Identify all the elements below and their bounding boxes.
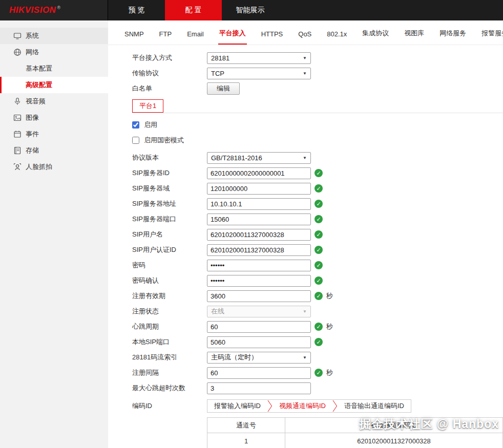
local-sip-port-input[interactable] [207, 336, 311, 348]
page: HIKVISION® 预 览 配 置 智能展示 系统 网络 基本配置 高级配置 … [0, 0, 503, 448]
max-heartbeat-timeout-input[interactable] [207, 382, 311, 394]
system-icon [13, 32, 22, 40]
menu-tab-config[interactable]: 配 置 [165, 0, 222, 20]
valid-check-icon: ✓ [315, 200, 323, 208]
sidebar-item-storage[interactable]: 存储 [0, 142, 108, 159]
form-row: 心跳周期 ✓ 秒 [132, 319, 503, 334]
platform-1-tab[interactable]: 平台1 [132, 99, 163, 113]
select-value: TCP [211, 70, 224, 77]
select-value: 在线 [211, 307, 224, 316]
sidebar-item-label: 基本配置 [26, 65, 52, 72]
valid-check-icon: ✓ [315, 215, 323, 223]
sidebar-item-face-capture[interactable]: 人脸抓拍 [0, 159, 108, 175]
video-channel-encode-id-tab[interactable]: 视频通道编码ID [273, 401, 332, 411]
password-input[interactable] [207, 260, 311, 271]
tab-qos[interactable]: QoS [297, 30, 312, 45]
subtab-bar: SNMP FTP Email 平台接入 HTTPS QoS 802.1x 集成协… [108, 20, 503, 45]
network-icon [13, 48, 22, 56]
enable-sm-mode-checkbox[interactable] [132, 137, 139, 144]
form-row: 密码 ✓ [132, 258, 503, 273]
sip-server-address-input[interactable] [207, 198, 311, 210]
tab-alarm-server[interactable]: 报警服务器 [480, 29, 503, 45]
sip-server-port-input[interactable] [207, 214, 311, 225]
tab-8021x[interactable]: 802.1x [326, 30, 348, 45]
valid-check-icon: ✓ [315, 184, 323, 193]
chevron-right-icon [267, 399, 273, 413]
encode-id-table: 通道号 视频通道编码ID 1 62010200011327000328 [207, 417, 503, 448]
topbar: HIKVISION® 预 览 配 置 智能展示 [0, 0, 503, 20]
tab-view-library[interactable]: 视图库 [403, 29, 425, 45]
valid-check-icon: ✓ [315, 230, 323, 239]
access-mode-select[interactable]: 28181 ▼ [207, 52, 311, 64]
audio-video-icon [13, 97, 22, 105]
sidebar-item-basic-config[interactable]: 基本配置 [0, 60, 108, 77]
sip-server-id-input[interactable] [207, 167, 311, 179]
field-label: 密码确认 [132, 276, 207, 285]
menu-tab-preview[interactable]: 预 览 [108, 0, 165, 20]
platform-access-form: 平台接入方式 28181 ▼ 传输协议 TCP ▼ 白名单 编辑 平台1 [108, 45, 503, 448]
enable-sm-row: 启用国密模式 [132, 133, 503, 148]
select-value: 28181 [211, 54, 229, 62]
sidebar-item-video-audio[interactable]: 视音频 [0, 93, 108, 110]
whitelist-edit-button[interactable]: 编辑 [207, 82, 240, 95]
password-confirm-input[interactable] [207, 275, 311, 287]
sidebar-item-image[interactable]: 图像 [0, 110, 108, 126]
field-label: 28181码流索引 [132, 353, 207, 362]
register-interval-input[interactable] [207, 367, 311, 379]
transfer-protocol-select[interactable]: TCP ▼ [207, 68, 311, 79]
platform-tab-bar: 平台1 [132, 99, 503, 113]
sidebar-item-event[interactable]: 事件 [0, 126, 108, 142]
form-row: SIP服务器地址 ✓ [132, 196, 503, 211]
form-row: 注册状态 在线 ▼ [132, 304, 503, 319]
hikvision-logo: HIKVISION® [9, 5, 61, 15]
field-label: SIP服务器地址 [132, 199, 207, 208]
protocol-version-select[interactable]: GB/T28181-2016 ▼ [207, 152, 311, 164]
encode-id-cell: 62010200011327000328 [285, 433, 503, 448]
chevron-down-icon: ▼ [303, 309, 307, 314]
audio-output-encode-id-tab[interactable]: 语音输出通道编码ID [338, 401, 411, 411]
table-header-row: 通道号 视频通道编码ID [207, 418, 503, 433]
field-label: SIP用户认证ID [132, 245, 207, 254]
table-row[interactable]: 1 62010200011327000328 [207, 433, 503, 448]
sip-username-input[interactable] [207, 229, 311, 241]
tab-platform-access[interactable]: 平台接入 [218, 29, 247, 45]
valid-check-icon: ✓ [315, 246, 323, 254]
alarm-input-encode-id-tab[interactable]: 报警输入编码ID [207, 401, 267, 411]
enable-row: 启用 [132, 117, 503, 133]
field-label: SIP服务器端口 [132, 215, 207, 224]
sip-user-auth-id-input[interactable] [207, 244, 311, 256]
tab-email[interactable]: Email [186, 30, 205, 45]
sidebar-item-system[interactable]: 系统 [0, 28, 108, 44]
top-menu: 预 览 配 置 智能展示 [108, 0, 279, 20]
register-validity-input[interactable] [207, 290, 311, 302]
form-row: 平台接入方式 28181 ▼ [132, 50, 503, 66]
chevron-down-icon: ▼ [303, 355, 307, 360]
sidebar-item-network[interactable]: 网络 [0, 44, 108, 60]
tab-integration-protocol[interactable]: 集成协议 [361, 29, 390, 45]
sidebar-item-label: 网络 [26, 48, 39, 56]
valid-check-icon: ✓ [315, 169, 323, 177]
menu-tab-smart-display[interactable]: 智能展示 [222, 0, 279, 20]
chevron-down-icon: ▼ [303, 71, 307, 76]
field-label: 注册间隔 [132, 368, 207, 377]
tab-network-service[interactable]: 网络服务 [438, 29, 467, 45]
form-row: 注册间隔 ✓ 秒 [132, 365, 503, 380]
seconds-unit-label: 秒 [326, 368, 333, 377]
tab-snmp[interactable]: SNMP [123, 30, 145, 45]
seconds-unit-label: 秒 [326, 322, 333, 331]
enable-label: 启用 [144, 120, 157, 130]
chevron-right-icon [332, 399, 338, 413]
tab-https[interactable]: HTTPS [260, 30, 284, 45]
face-capture-icon [13, 163, 22, 171]
sidebar: 系统 网络 基本配置 高级配置 视音频 图像 事件 存储 人 [0, 20, 108, 448]
tab-ftp[interactable]: FTP [158, 30, 173, 45]
sip-server-domain-input[interactable] [207, 183, 311, 195]
seconds-unit-label: 秒 [326, 291, 333, 301]
form-row: 28181码流索引 主码流（定时） ▼ [132, 350, 503, 365]
valid-check-icon: ✓ [315, 261, 323, 269]
heartbeat-period-input[interactable] [207, 321, 311, 333]
field-label: SIP服务器ID [132, 168, 207, 178]
sidebar-item-advanced-config[interactable]: 高级配置 [0, 77, 108, 93]
enable-checkbox[interactable] [132, 121, 139, 129]
stream-index-select[interactable]: 主码流（定时） ▼ [207, 352, 311, 364]
